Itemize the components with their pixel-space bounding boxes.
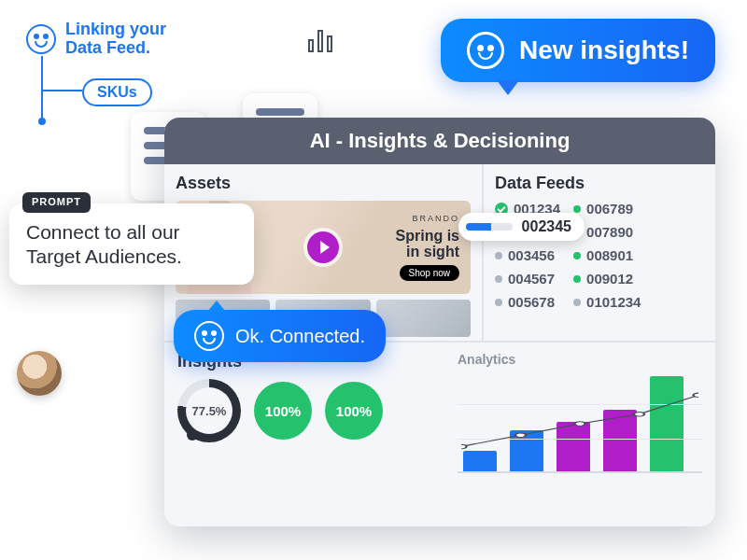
analytics-section: Analytics (444, 343, 715, 526)
status-dot (495, 275, 502, 283)
skus-pill[interactable]: SKUs (82, 78, 152, 106)
linking-callout: Linking your Data Feed. (26, 21, 166, 58)
feed-id: 007890 (586, 224, 633, 240)
prompt-card: PROMPT Connect to all our Target Audienc… (9, 203, 254, 285)
robot-icon (194, 321, 224, 351)
play-button[interactable] (307, 231, 339, 263)
svg-point-4 (693, 393, 698, 397)
feed-highlight[interactable]: 002345 (458, 213, 585, 241)
asset-headline-1: Spring is (396, 228, 459, 244)
feed-item[interactable]: 006789 (573, 201, 641, 217)
panel-title: AI - Insights & Decisioning (164, 118, 715, 164)
robot-icon (26, 24, 56, 54)
ok-connected-text: Ok. Connected. (235, 326, 365, 347)
linking-text-2: Data Feed. (65, 38, 150, 57)
analytics-chart (458, 371, 702, 473)
data-feeds-section: Data Feeds 00123400234500345600456700567… (482, 164, 715, 341)
feed-item[interactable]: 008901 (573, 247, 641, 263)
status-dot (573, 252, 581, 259)
asset-brand: BRANDO (412, 214, 459, 223)
insights-section: Insights 77.5% 100% 100% (164, 343, 444, 526)
pct-badge: 100% (254, 382, 312, 440)
pct-badge: 100% (325, 382, 383, 440)
feed-item[interactable]: 004567 (495, 271, 560, 287)
feed-id: 006789 (586, 201, 633, 217)
status-dot (573, 299, 581, 306)
feed-id: 005678 (508, 294, 555, 310)
feed-highlight-id: 002345 (522, 218, 571, 235)
new-insights-bubble[interactable]: New insights! (441, 19, 715, 82)
prompt-text: Connect to all our Target Audiences. (26, 221, 182, 267)
new-insights-text: New insights! (519, 35, 689, 65)
prompt-label: PROMPT (22, 192, 91, 213)
status-dot (573, 275, 581, 283)
barchart-icon (308, 28, 332, 52)
connector-line (41, 90, 82, 91)
assets-heading: Assets (176, 174, 471, 193)
connector-line (41, 56, 43, 121)
status-dot (495, 299, 502, 306)
feed-id: 008901 (586, 247, 633, 263)
feed-id: 004567 (508, 271, 555, 287)
feed-item[interactable]: 009012 (573, 271, 641, 287)
svg-point-3 (634, 413, 644, 416)
robot-icon (467, 32, 504, 69)
status-dot (495, 252, 502, 259)
linking-text-1: Linking your (65, 20, 166, 38)
asset-thumb[interactable] (376, 300, 471, 337)
analytics-heading: Analytics (458, 352, 702, 367)
asset-headline-2: in sight (406, 244, 459, 259)
svg-point-2 (574, 422, 585, 426)
feed-item[interactable]: 003456 (495, 247, 560, 263)
feed-id: 003456 (508, 247, 555, 263)
progress-ring-value: 77.5% (192, 404, 227, 418)
progress-bar-icon (466, 223, 513, 231)
progress-ring: 77.5% (177, 379, 241, 442)
svg-point-1 (515, 433, 526, 437)
status-dot (573, 205, 581, 213)
asset-cta[interactable]: Shop now (400, 265, 459, 281)
user-avatar[interactable] (17, 351, 62, 396)
feed-id: 009012 (586, 271, 633, 287)
feed-item[interactable]: 005678 (495, 294, 560, 310)
feeds-heading: Data Feeds (495, 174, 704, 193)
feed-item[interactable]: 0101234 (573, 294, 641, 310)
feed-id: 0101234 (586, 294, 641, 310)
ok-connected-bubble: Ok. Connected. (174, 310, 386, 362)
svg-point-0 (461, 444, 467, 448)
